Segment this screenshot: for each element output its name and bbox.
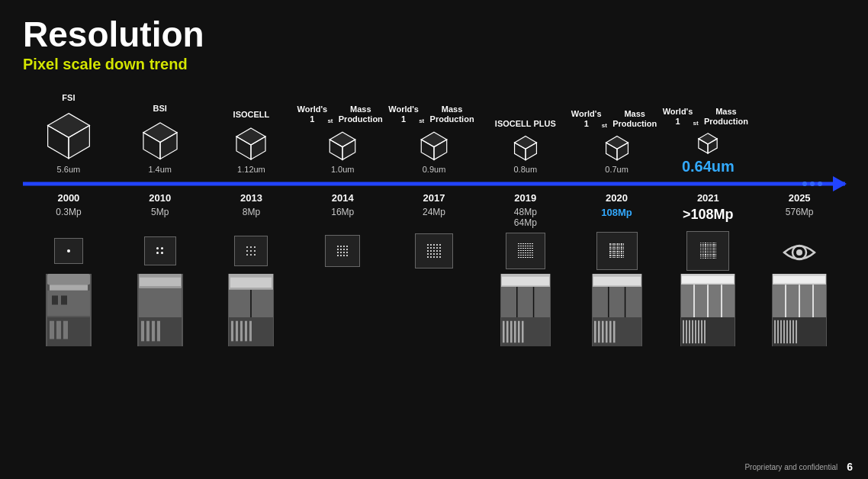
- footer: Proprietary and confidential 6: [744, 461, 853, 473]
- svg-rect-97: [704, 320, 706, 342]
- svg-rect-96: [701, 320, 702, 342]
- col-bsi: BSI 1.4um: [114, 92, 206, 175]
- cross-section-row: [23, 274, 845, 346]
- svg-rect-33: [50, 320, 54, 339]
- col-future: [754, 125, 845, 175]
- col-w1mp_1: World's 1st Mass Production 1.0um: [297, 102, 388, 175]
- svg-rect-39: [139, 288, 182, 317]
- timeline-dot: [810, 182, 815, 186]
- col-w1mp_4: World's 1st Mass Production 0.64um: [662, 104, 754, 175]
- timeline-dot: [818, 182, 822, 186]
- col-isocell: ISOCELL 1.12um: [206, 98, 297, 175]
- mp-future: 576Mp: [754, 207, 845, 228]
- timeline-line: [23, 182, 845, 185]
- svg-rect-84: [682, 275, 734, 283]
- svg-rect-68: [522, 320, 524, 342]
- svg-rect-62: [501, 317, 550, 346]
- col-label-isocell_plus: ISOCELL PLUS: [495, 107, 556, 130]
- svg-rect-27: [47, 274, 90, 285]
- svg-rect-80: [609, 320, 612, 342]
- svg-rect-77: [598, 320, 600, 342]
- svg-rect-113: [796, 320, 797, 342]
- col-w1mp_2: World's 1st Mass Production 0.9um: [388, 102, 480, 175]
- year-w1mp_4: 2021: [662, 192, 754, 204]
- col-label-bsi: BSI: [153, 92, 167, 114]
- col-label-w1mp_3: World's 1st Mass Production: [571, 107, 663, 130]
- svg-rect-78: [602, 320, 604, 342]
- sensor-w1mp_2: [388, 231, 480, 271]
- svg-rect-106: [774, 320, 776, 342]
- mp-w1mp_2: 24Mp: [388, 207, 480, 228]
- svg-rect-30: [52, 295, 58, 304]
- cross-fsi: [23, 274, 114, 346]
- page-title: Resolution: [23, 15, 845, 54]
- svg-rect-38: [140, 277, 181, 285]
- slide: Resolution Pixel scale down trend FSI 5.…: [0, 0, 868, 479]
- mp-w1mp_1: 16Mp: [297, 207, 388, 228]
- svg-rect-44: [157, 320, 160, 341]
- col-label-isocell: ISOCELL: [233, 98, 270, 121]
- svg-rect-41: [141, 320, 144, 341]
- sensor-isocell_plus: [480, 231, 571, 271]
- timeline-dot: [802, 182, 807, 186]
- svg-rect-109: [783, 320, 785, 342]
- cross-isocell_plus: [480, 274, 571, 346]
- cube-w1mp_1: [326, 128, 359, 162]
- svg-rect-94: [695, 320, 696, 342]
- year-fsi: 2000: [23, 192, 114, 204]
- svg-rect-65: [510, 320, 513, 342]
- svg-rect-66: [514, 320, 516, 342]
- mp-bsi: 5Mp: [114, 207, 206, 228]
- col-label-w1mp_4: World's 1st Mass Production: [662, 104, 754, 127]
- year-w1mp_2: 2017: [388, 192, 480, 204]
- pixel-size-w1mp_3: 0.7um: [605, 165, 628, 174]
- year-row: 200020102013201420172019202020212025: [23, 192, 845, 204]
- svg-rect-110: [786, 320, 788, 342]
- svg-rect-51: [231, 320, 233, 341]
- svg-rect-71: [593, 276, 641, 285]
- svg-rect-111: [789, 320, 791, 342]
- svg-rect-28: [50, 285, 88, 291]
- cube-isocell: [232, 124, 270, 162]
- mp-w1mp_3: 108Mp: [571, 207, 663, 228]
- svg-rect-72: [593, 287, 641, 317]
- pixel-size-w1mp_1: 1.0um: [331, 165, 355, 174]
- col-label-fsi: FSI: [62, 81, 75, 104]
- year-w1mp_3: 2020: [571, 192, 663, 204]
- svg-rect-90: [683, 320, 684, 342]
- svg-rect-95: [698, 320, 699, 342]
- svg-rect-55: [249, 320, 252, 341]
- year-isocell: 2013: [206, 192, 297, 204]
- year-isocell_plus: 2019: [480, 192, 571, 204]
- sensor-isocell: [206, 231, 297, 271]
- svg-point-25: [796, 249, 802, 256]
- cross-future: [754, 274, 845, 346]
- pixel-size-isocell_plus: 0.8um: [514, 165, 538, 174]
- svg-rect-43: [152, 320, 155, 341]
- timeline-bar: [23, 177, 845, 191]
- sensor-row: [23, 231, 845, 271]
- svg-rect-108: [780, 320, 782, 342]
- proprietary-text: Proprietary and confidential: [744, 463, 837, 471]
- cube-w1mp_2: [417, 128, 451, 162]
- page-number: 6: [847, 461, 853, 473]
- svg-rect-93: [692, 320, 693, 342]
- cube-fsi: [41, 107, 96, 162]
- svg-rect-79: [606, 320, 608, 342]
- col-fsi: FSI 5.6um: [23, 81, 114, 175]
- sensor-w1mp_1: [297, 231, 388, 271]
- mp-w1mp_4: >108Mp: [662, 207, 754, 228]
- pixel-size-isocell: 1.12um: [237, 165, 265, 174]
- mp-row: 0.3Mp5Mp8Mp16Mp24Mp48Mp64Mp108Mp>108Mp57…: [23, 207, 845, 228]
- svg-rect-67: [518, 320, 520, 342]
- mp-fsi: 0.3Mp: [23, 207, 114, 228]
- year-future: 2025: [754, 192, 845, 204]
- svg-rect-100: [773, 275, 825, 283]
- cross-w1mp_4: [662, 274, 754, 346]
- pixel-size-bsi: 1.4um: [148, 165, 172, 174]
- col-label-w1mp_2: World's 1st Mass Production: [388, 102, 480, 125]
- svg-rect-81: [613, 320, 616, 342]
- svg-rect-76: [594, 320, 596, 342]
- sensor-w1mp_4: [662, 231, 754, 271]
- svg-rect-59: [501, 287, 550, 317]
